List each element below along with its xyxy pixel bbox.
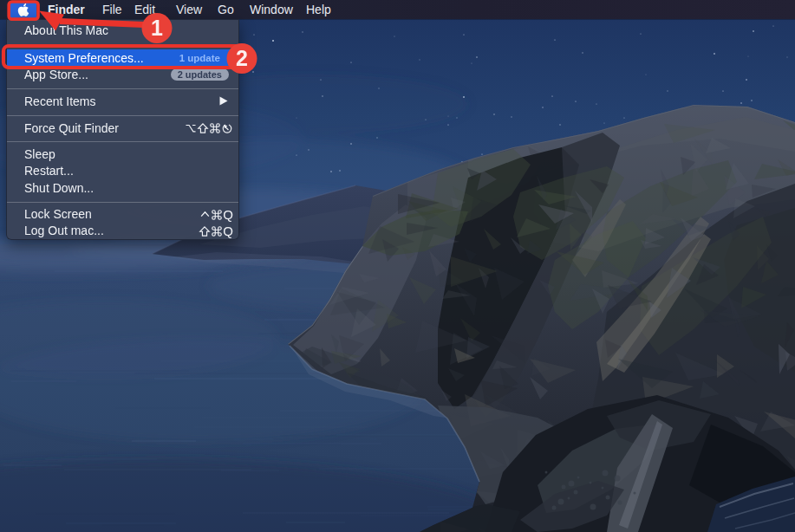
svg-text:1: 1 bbox=[151, 16, 163, 40]
svg-text:2: 2 bbox=[236, 46, 248, 70]
